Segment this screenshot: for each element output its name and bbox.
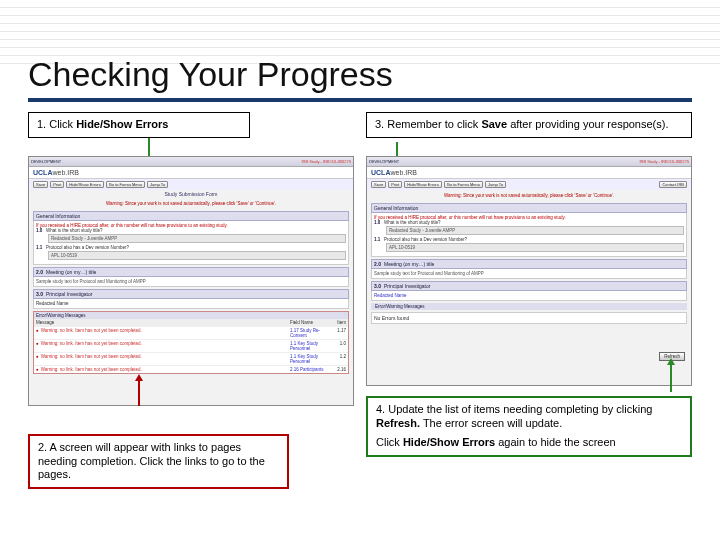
- shot2-logo: UCLAweb.IRB: [367, 167, 691, 179]
- err2-m: Warning: no link. Item has not yet been …: [41, 354, 142, 364]
- shot2-q3: Principal Investigator: [384, 283, 430, 289]
- err2-i: 1.2: [334, 354, 346, 364]
- step-1-bold: Hide/Show Errors: [76, 118, 168, 130]
- shot-section-2: 2.0Meeting (on my…) title Sample study t…: [33, 267, 349, 287]
- step4-arrow-head-up: [667, 358, 675, 365]
- shot-btn-gotoforms[interactable]: Go to Forms Menu: [106, 181, 145, 188]
- step-2-callout: 2. A screen will appear with links to pa…: [28, 434, 289, 489]
- shot-error-title: Error/Warning Messages: [34, 312, 348, 319]
- err-row[interactable]: ●Warning: no link. Item has not yet been…: [34, 365, 348, 373]
- shot-topright: IRB Study - IRB#10-000279: [301, 159, 351, 164]
- step-4b-suffix: again to hide the screen: [495, 436, 615, 448]
- left-column: 1. Click Hide/Show Errors DEVELOPMENT IR…: [28, 112, 354, 489]
- shot-error-box: Error/Warning Messages Message Field Nam…: [33, 311, 349, 374]
- shot2-section-2: 2.0Meeting (on my…) title Sample study t…: [371, 259, 687, 279]
- shot2-a3-text: Redacted Name: [374, 293, 407, 298]
- q1_1-num: 1.1: [36, 245, 46, 250]
- a1_1-field: APL 10-0519: [48, 251, 346, 260]
- shot-topbar: DEVELOPMENT IRB Study - IRB#10-000279: [29, 157, 353, 167]
- err0-f: 1.17 Study Re-Consent: [290, 328, 330, 338]
- q1-text: What is the short study title?: [46, 228, 103, 233]
- shot2-btn-gotoforms[interactable]: Go to Forms Menu: [444, 181, 483, 188]
- shot-logo-sub: web.IRB: [52, 169, 78, 176]
- shot-warning: Warning: Since your work is not saved au…: [29, 198, 353, 209]
- step-4b: Click Hide/Show Errors again to hide the…: [376, 436, 682, 450]
- err1-m: Warning: no link. Item has not yet been …: [41, 341, 142, 351]
- q1-num: 1.0: [36, 228, 46, 233]
- screenshot-left: DEVELOPMENT IRB Study - IRB#10-000279 UC…: [28, 156, 354, 406]
- err-row[interactable]: ●Warning: no link. Item has not yet been…: [34, 352, 348, 365]
- shot2-button-row: Save Print Hide/Show Errors Go to Forms …: [367, 179, 691, 190]
- step-4b-prefix: Click: [376, 436, 403, 448]
- shot-btn-print[interactable]: Print: [50, 181, 64, 188]
- shot2-btn-jumpto[interactable]: Jump To: [485, 181, 506, 188]
- shot2-gen-bd: If you received a HIRE protocol after, o…: [371, 213, 687, 257]
- slide-content: Checking Your Progress 1. Click Hide/Sho…: [28, 55, 692, 528]
- step-3-callout: 3. Remember to click Save after providin…: [366, 112, 692, 138]
- step-4b-bold: Hide/Show Errors: [403, 436, 495, 448]
- shot2-q1_1: Protocol also has a Dev version Number?: [384, 237, 467, 242]
- err-row[interactable]: ●Warning: no link. Item has not yet been…: [34, 339, 348, 352]
- shot2-error-title: Error/Warning Messages: [371, 303, 687, 310]
- shot-section-general: General Information If you received a HI…: [33, 211, 349, 265]
- err3-m: Warning: no link. Item has not yet been …: [41, 367, 142, 372]
- shot2-a3: Redacted Name: [371, 291, 687, 301]
- err1-i: 1.0: [334, 341, 346, 351]
- shot2-devlabel: DEVELOPMENT: [369, 159, 399, 164]
- step2-arrow-line: [138, 380, 140, 406]
- step4-arrow-line: [670, 364, 672, 392]
- shot-btn-hideshow[interactable]: Hide/Show Errors: [66, 181, 103, 188]
- shot2-btn-print[interactable]: Print: [388, 181, 402, 188]
- step-2-text: 2. A screen will appear with links to pa…: [38, 441, 265, 481]
- shot-logo: UCLAweb.IRB: [29, 167, 353, 179]
- shot2-a1_1: APL 10-0519: [386, 243, 684, 252]
- q2-text: Meeting (on my…) title: [46, 269, 96, 275]
- step-3-suffix: after providing your response(s).: [507, 118, 668, 130]
- shot-q2-hd: 2.0Meeting (on my…) title: [33, 267, 349, 277]
- step-1-prefix: 1. Click: [37, 118, 76, 130]
- shot-form-title: Study Submission Form: [29, 190, 353, 198]
- err0-i: 1.17: [334, 328, 346, 338]
- shot-logo-brand: UCLA: [33, 169, 52, 176]
- step-4a-bold: Refresh.: [376, 417, 420, 429]
- shot2-btn-hideshow[interactable]: Hide/Show Errors: [404, 181, 441, 188]
- shot2-a2: Sample study text for Protocol and Monit…: [371, 269, 687, 279]
- q1_1-text: Protocol also has a Dev version Number?: [46, 245, 129, 250]
- step-4a-suffix: The error screen will update.: [420, 417, 562, 429]
- shot2-section-general: General Information If you received a HI…: [371, 203, 687, 257]
- shot2-topright: IRB Study - IRB#10-000279: [639, 159, 689, 164]
- shot-error-columns: Message Field Name Item: [34, 319, 348, 326]
- step-4-callout: 4. Update the list of items needing comp…: [366, 396, 692, 457]
- shot2-btn-save[interactable]: Save: [371, 181, 386, 188]
- shot2-q2-hd: 2.0Meeting (on my…) title: [371, 259, 687, 269]
- step-4a-prefix: 4. Update the list of items needing comp…: [376, 403, 652, 415]
- shot2-btn-contact-irb[interactable]: Contact IRB: [659, 181, 687, 188]
- a3-body: Redacted Name: [33, 299, 349, 309]
- err2-f: 1.1 Key Study Personnel: [290, 354, 330, 364]
- shot-button-row: Save Print Hide/Show Errors Go to Forms …: [29, 179, 353, 190]
- shot2-logo-sub: web.IRB: [390, 169, 416, 176]
- shot-devlabel: DEVELOPMENT: [31, 159, 61, 164]
- err0-m: Warning: no link. Item has not yet been …: [41, 328, 142, 338]
- err3-i: 2.16: [334, 367, 346, 372]
- col-message: Message: [36, 320, 54, 325]
- shot2-section-3: 3.0Principal Investigator Redacted Name: [371, 281, 687, 301]
- shot2-topbar: DEVELOPMENT IRB Study - IRB#10-000279: [367, 157, 691, 167]
- err3-f: 2.16 Participants: [290, 367, 330, 372]
- shot2-a1: Redacted Study - Juvenile AMPP: [386, 226, 684, 235]
- err-row[interactable]: ●Warning: no link. Item has not yet been…: [34, 326, 348, 339]
- step-3-bold: Save: [481, 118, 507, 130]
- right-column: 3. Remember to click Save after providin…: [366, 112, 692, 489]
- step-4a: 4. Update the list of items needing comp…: [376, 403, 682, 431]
- col-item: Item: [334, 320, 346, 325]
- step2-arrow-head-up: [135, 374, 143, 381]
- a2-field: Sample study text for Protocol and Monit…: [33, 277, 349, 287]
- shot-btn-jumpto[interactable]: Jump To: [147, 181, 168, 188]
- shot-section-3: 3.0Principal Investigator Redacted Name: [33, 289, 349, 309]
- title-underline: [28, 98, 692, 102]
- shot-btn-save[interactable]: Save: [33, 181, 48, 188]
- a1-field: Redacted Study - Juvenile AMPP: [48, 234, 346, 243]
- shot2-q2: Meeting (on my…) title: [384, 261, 434, 267]
- step-1-callout: 1. Click Hide/Show Errors: [28, 112, 250, 138]
- screenshot-right: DEVELOPMENT IRB Study - IRB#10-000279 UC…: [366, 156, 692, 386]
